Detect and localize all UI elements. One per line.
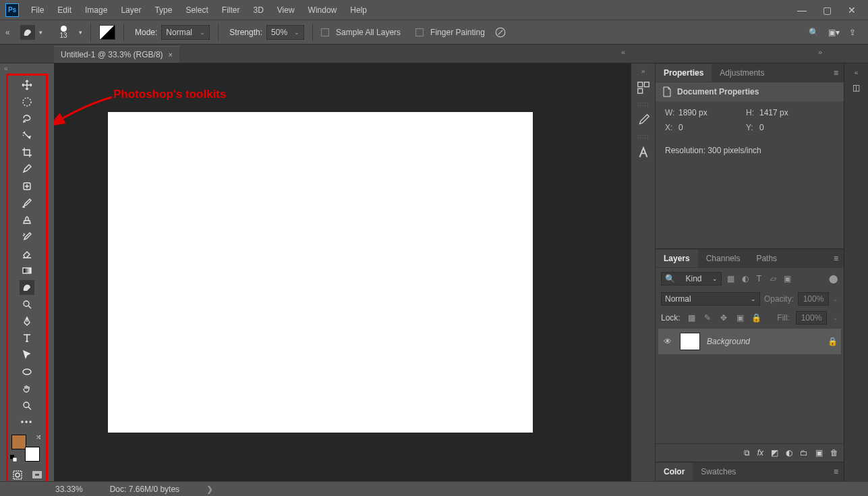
history-panel-icon[interactable] (636, 80, 651, 95)
layer-thumbnail[interactable] (680, 333, 700, 350)
lock-all-icon[interactable]: 🔒 (751, 313, 761, 323)
menu-select[interactable]: Select (179, 3, 214, 18)
swap-colors-icon[interactable]: ⤭ (36, 433, 41, 441)
status-chevron-icon[interactable]: ❯ (206, 485, 213, 494)
default-colors-icon[interactable] (10, 455, 17, 462)
doc-size[interactable]: Doc: 7.66M/0 bytes (110, 485, 179, 494)
filter-toggle-icon[interactable]: ⬤ (828, 274, 838, 284)
menu-window[interactable]: Window (301, 3, 344, 18)
tab-paths[interactable]: Paths (748, 250, 785, 267)
move-tool[interactable] (20, 78, 34, 92)
maximize-icon[interactable]: ▢ (823, 5, 832, 16)
strength-dropdown[interactable]: 50% ⌄ (266, 25, 304, 40)
brush-preview[interactable]: 13 (52, 24, 75, 41)
lock-position-icon[interactable]: ✥ (719, 313, 729, 323)
menu-type[interactable]: Type (148, 3, 179, 18)
lock-icon[interactable]: 🔒 (828, 337, 836, 346)
group-icon[interactable]: 🗀 (800, 448, 808, 458)
panel-drag-icon[interactable]: ::::: (637, 133, 649, 140)
share-icon[interactable]: ⇪ (849, 28, 856, 37)
tab-adjustments[interactable]: Adjustments (712, 64, 772, 82)
menu-filter[interactable]: Filter (215, 3, 247, 18)
menu-help[interactable]: Help (343, 3, 374, 18)
panel-collapse-icon[interactable]: « (621, 48, 625, 56)
close-tab-icon[interactable]: × (169, 51, 173, 59)
sample-all-checkbox[interactable] (321, 28, 329, 36)
home-chevron-icon[interactable]: « (5, 28, 16, 37)
expand-icon[interactable]: » (641, 67, 645, 75)
smudge-tool[interactable] (20, 280, 34, 295)
hand-tool[interactable] (20, 381, 34, 396)
menu-file[interactable]: File (24, 3, 51, 18)
filter-adjust-icon[interactable]: ◐ (740, 274, 750, 284)
clone-stamp-tool[interactable] (20, 213, 34, 227)
shape-tool[interactable] (20, 364, 34, 379)
libraries-icon[interactable]: ◫ (852, 83, 860, 92)
lock-pixels-icon[interactable]: ✎ (703, 313, 713, 323)
eraser-tool[interactable] (20, 246, 34, 261)
layer-kind-dropdown[interactable]: 🔍Kind⌄ (661, 272, 722, 285)
zoom-level[interactable]: 33.33% (55, 485, 83, 494)
background-color[interactable] (25, 447, 40, 462)
path-select-tool[interactable] (20, 348, 34, 362)
workspace-icon[interactable]: ▣▾ (828, 28, 840, 37)
character-panel-icon[interactable] (636, 145, 651, 160)
tablet-pressure-icon[interactable] (99, 25, 115, 40)
menu-view[interactable]: View (270, 3, 301, 18)
search-icon[interactable]: 🔍 (809, 28, 819, 37)
lock-artboard-icon[interactable]: ▣ (735, 313, 745, 323)
layer-fx-icon[interactable]: fx (757, 448, 763, 458)
pressure-size-icon[interactable] (494, 26, 507, 38)
blend-mode-dropdown[interactable]: Normal ⌄ (161, 25, 210, 40)
document-tab[interactable]: Untitled-1 @ 33.3% (RGB/8) × (54, 46, 179, 63)
filter-smart-icon[interactable]: ▣ (782, 274, 792, 284)
brush-tool[interactable] (20, 196, 34, 211)
tab-swatches[interactable]: Swatches (693, 463, 744, 480)
tab-layers[interactable]: Layers (656, 250, 698, 267)
quick-select-tool[interactable] (20, 128, 34, 143)
active-tool-icon[interactable] (20, 25, 35, 40)
layer-item-background[interactable]: 👁 Background 🔒 (658, 329, 841, 354)
panel-drag-icon[interactable]: ::::: (637, 101, 649, 107)
eyedropper-tool[interactable] (20, 162, 34, 177)
fill-value[interactable]: 100% (796, 311, 827, 325)
brushes-panel-icon[interactable] (636, 113, 651, 128)
menu-3d[interactable]: 3D (246, 3, 270, 18)
healing-brush-tool[interactable] (20, 179, 34, 194)
filter-shape-icon[interactable]: ▱ (768, 274, 778, 284)
lasso-tool[interactable] (20, 111, 34, 126)
panel-collapse-icon[interactable]: » (818, 48, 822, 56)
edit-toolbar-icon[interactable]: ••• (10, 418, 44, 427)
canvas-area[interactable] (54, 63, 631, 481)
panel-menu-icon[interactable]: ≡ (828, 254, 844, 263)
adjustment-layer-icon[interactable]: ◐ (786, 448, 792, 458)
zoom-tool[interactable] (20, 398, 34, 413)
panel-menu-icon[interactable]: ≡ (828, 467, 844, 476)
document-canvas[interactable] (108, 112, 533, 433)
menu-image[interactable]: Image (78, 3, 114, 18)
filter-pixel-icon[interactable]: ▦ (726, 274, 736, 284)
menu-layer[interactable]: Layer (114, 3, 148, 18)
panel-menu-icon[interactable]: ≡ (828, 68, 844, 78)
foreground-color[interactable] (11, 435, 26, 449)
filter-type-icon[interactable]: T (754, 274, 764, 284)
opacity-value[interactable]: 100% (798, 292, 829, 306)
chevron-down-icon[interactable]: ▾ (39, 29, 42, 36)
tab-channels[interactable]: Channels (698, 250, 749, 267)
screen-mode-icon[interactable] (30, 468, 45, 483)
layer-mask-icon[interactable]: ◩ (771, 448, 778, 458)
quick-mask-icon[interactable] (10, 468, 25, 483)
marquee-tool[interactable] (20, 94, 34, 109)
new-layer-icon[interactable]: ▣ (815, 448, 823, 458)
toolbox-collapse-icon[interactable]: « (4, 65, 8, 72)
history-brush-tool[interactable] (20, 229, 34, 244)
close-icon[interactable]: ✕ (848, 5, 856, 16)
link-layers-icon[interactable]: ⧉ (744, 448, 750, 458)
lock-transparency-icon[interactable]: ▩ (687, 313, 697, 323)
chevron-down-icon[interactable]: ▾ (79, 29, 82, 36)
pen-tool[interactable] (20, 314, 34, 329)
tab-properties[interactable]: Properties (656, 64, 712, 82)
layer-blend-dropdown[interactable]: Normal⌄ (661, 292, 760, 306)
finger-painting-checkbox[interactable] (415, 28, 424, 36)
layer-name[interactable]: Background (707, 337, 821, 346)
